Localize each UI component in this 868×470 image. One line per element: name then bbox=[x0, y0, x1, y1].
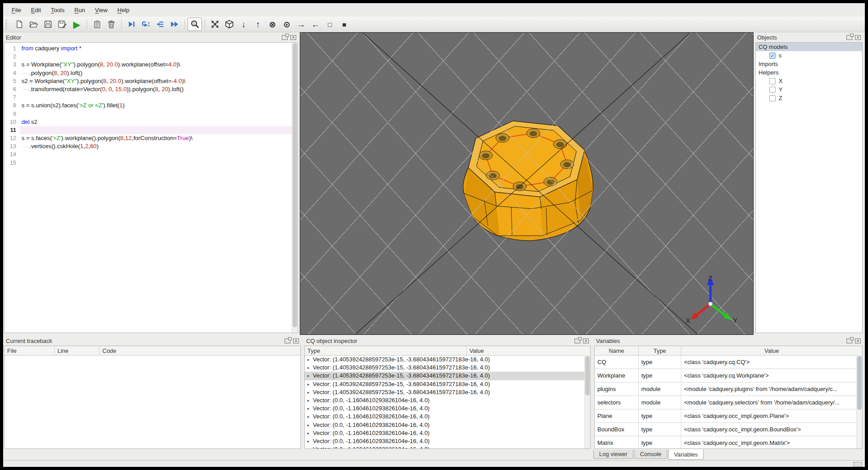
fit-view-button[interactable] bbox=[188, 18, 202, 31]
tree-item-s[interactable]: ✓s bbox=[756, 51, 862, 60]
expand-arrow-icon[interactable]: ▸ bbox=[307, 364, 313, 372]
variables-col-type[interactable]: Type bbox=[639, 346, 681, 355]
menu-file[interactable]: File bbox=[7, 4, 26, 16]
variable-row[interactable]: BoundBoxtype<class 'cadquery.occ_impl.ge… bbox=[595, 423, 862, 436]
inspector-col-type[interactable]: Type bbox=[305, 346, 467, 355]
tree-item-x[interactable]: X bbox=[756, 77, 862, 85]
menu-edit[interactable]: Edit bbox=[26, 4, 46, 16]
step-return-button[interactable] bbox=[153, 18, 167, 31]
expand-arrow-icon[interactable]: ▸ bbox=[307, 445, 313, 449]
expand-arrow-icon[interactable]: ▸ bbox=[307, 437, 313, 445]
traceback-col-line[interactable]: Line bbox=[55, 346, 100, 355]
expand-arrow-icon[interactable]: ▸ bbox=[307, 404, 313, 413]
code-line[interactable]: 4····.polygon(8, 20).loft() bbox=[4, 69, 298, 77]
variable-row[interactable]: Workplanetype<class 'cadquery.cq.Workpla… bbox=[595, 369, 862, 382]
render-button[interactable]: ▶ bbox=[70, 18, 84, 31]
viewer-3d[interactable]: Z X Y bbox=[300, 32, 754, 335]
inspector-scrollbar-thumb[interactable] bbox=[585, 356, 590, 395]
inspector-row[interactable]: ▸Vector: (0.0, -1.1604610293826104e-16, … bbox=[305, 413, 590, 421]
inspector-row[interactable]: ▸Vector: (0.0, -1.1604610293826104e-16, … bbox=[305, 421, 590, 429]
variables-float-icon[interactable] bbox=[846, 338, 852, 343]
expand-arrow-icon[interactable]: ▸ bbox=[307, 421, 313, 429]
step-in-button[interactable] bbox=[139, 18, 153, 31]
variable-row[interactable]: Planetype<class 'cadquery.occ_impl.geom.… bbox=[595, 409, 862, 423]
tab-variables[interactable]: Variables bbox=[668, 449, 704, 460]
traceback-col-code[interactable]: Code bbox=[100, 346, 300, 355]
delete-button[interactable] bbox=[104, 18, 118, 31]
code-line[interactable]: 3s = Workplane("XY").polygon(8, 20.0).wo… bbox=[4, 61, 298, 69]
inspector-row[interactable]: ▸Vector: (1.4053924288597253e-15, -3.680… bbox=[305, 380, 590, 388]
inspector-row[interactable]: ▸Vector: (1.4053924288597253e-15, -3.680… bbox=[305, 372, 590, 380]
menu-tools[interactable]: Tools bbox=[46, 4, 69, 16]
code-line[interactable]: 7 bbox=[4, 93, 298, 101]
inspector-row[interactable]: ▸Vector: (1.4053924288597253e-15, -3.680… bbox=[305, 364, 590, 372]
left-view-button[interactable]: ← bbox=[308, 18, 323, 31]
new-file-button[interactable] bbox=[12, 18, 26, 31]
code-line[interactable]: 11 bbox=[4, 126, 298, 134]
editor-scrollbar[interactable] bbox=[292, 43, 298, 333]
save-as-button[interactable] bbox=[55, 18, 70, 31]
checkbox-y[interactable] bbox=[769, 87, 776, 93]
code-line[interactable]: 8s = s.union(s2).faces('>Z or <Z').fille… bbox=[4, 101, 298, 110]
code-line[interactable]: 15 bbox=[4, 159, 298, 167]
menu-view[interactable]: View bbox=[90, 4, 113, 16]
checkbox-s[interactable]: ✓ bbox=[769, 53, 776, 59]
code-line[interactable]: 9 bbox=[4, 110, 298, 118]
inspector-float-icon[interactable] bbox=[574, 338, 580, 343]
inspector-row[interactable]: ▸Vector: (0.0, -1.1604610293826104e-16, … bbox=[305, 429, 590, 437]
traceback-float-icon[interactable] bbox=[285, 338, 290, 343]
step-button[interactable] bbox=[124, 18, 139, 31]
variable-row[interactable]: CQtype<class 'cadquery.cq.CQ'> bbox=[595, 356, 862, 369]
open-file-button[interactable] bbox=[26, 18, 41, 31]
traceback-col-file[interactable]: File bbox=[4, 346, 55, 355]
code-line[interactable]: 12s = s.faces('>Z').workplane().polygon(… bbox=[4, 134, 298, 142]
checkbox-x[interactable] bbox=[769, 78, 776, 84]
objects-float-icon[interactable] bbox=[846, 35, 852, 40]
code-line[interactable]: 13····.vertices().cskHole(1,2,60) bbox=[4, 142, 298, 150]
inspector-row[interactable]: ▸Vector: (0.0, -1.1604610293826104e-16, … bbox=[305, 404, 590, 413]
code-line[interactable]: 10del s2 bbox=[4, 118, 298, 126]
menu-help[interactable]: Help bbox=[113, 4, 135, 16]
top-view-button[interactable]: ↓ bbox=[237, 18, 251, 31]
back-view-button[interactable]: ⊙ bbox=[280, 18, 294, 31]
wireframe-button[interactable]: ■ bbox=[337, 18, 351, 31]
editor-float-icon[interactable] bbox=[282, 35, 288, 40]
variables-scrollbar[interactable] bbox=[856, 355, 862, 448]
clipboard-button[interactable] bbox=[90, 18, 104, 31]
tree-item-imports[interactable]: Imports bbox=[756, 60, 862, 68]
code-line[interactable]: 5s2 = Workplane("XY").polygon(8, 20.0).w… bbox=[4, 77, 298, 85]
expand-arrow-icon[interactable]: ▸ bbox=[307, 429, 313, 437]
variable-row[interactable]: Matrixtype<class 'cadquery.occ_impl.geom… bbox=[595, 436, 862, 449]
variables-scrollbar-thumb[interactable] bbox=[857, 356, 862, 410]
inspector-row[interactable]: ▸Vector: (1.4053924288597253e-15, -3.680… bbox=[305, 356, 590, 364]
bottom-view-button[interactable]: ↑ bbox=[251, 18, 265, 31]
inspector-row[interactable]: ▸Vector: (0.0, -1.1604610293826104e-16, … bbox=[305, 396, 590, 404]
shaded-button[interactable]: □ bbox=[323, 18, 337, 31]
front-view-button[interactable]: ⊗ bbox=[265, 18, 280, 31]
expand-arrow-icon[interactable]: ▸ bbox=[307, 380, 313, 388]
right-view-button[interactable]: → bbox=[294, 18, 308, 31]
code-line[interactable]: 2 bbox=[4, 53, 298, 61]
inspector-scrollbar[interactable] bbox=[584, 355, 590, 448]
editor-scrollbar-thumb[interactable] bbox=[293, 43, 297, 327]
inspector-row[interactable]: ▸Vector: (0.0, -1.1604610293826104e-16, … bbox=[305, 445, 590, 449]
tree-item-y[interactable]: Y bbox=[756, 85, 862, 94]
tree-item-z[interactable]: Z bbox=[756, 94, 862, 102]
toolbar-drag-handle[interactable] bbox=[6, 19, 9, 29]
tab-log-viewer[interactable]: Log viewer bbox=[593, 450, 633, 459]
variable-row[interactable]: pluginsmodule<module 'cadquery.plugins' … bbox=[595, 382, 862, 396]
variables-col-value[interactable]: Value bbox=[681, 346, 862, 355]
expand-arrow-icon[interactable]: ▸ bbox=[307, 413, 313, 421]
traceback-close-icon[interactable]: × bbox=[293, 338, 299, 343]
code-line[interactable]: 14 bbox=[4, 150, 298, 158]
code-line[interactable]: 6····.transformed(rotate=Vector(0, 0, 15… bbox=[4, 85, 298, 93]
menu-run[interactable]: Run bbox=[70, 4, 90, 16]
inspector-col-value[interactable]: Value bbox=[467, 346, 590, 355]
expand-arrow-icon[interactable]: ▸ bbox=[307, 396, 313, 404]
objects-close-icon[interactable]: × bbox=[855, 35, 861, 40]
continue-button[interactable] bbox=[167, 18, 182, 31]
inspector-row[interactable]: ▸Vector: (1.4053924288597253e-15, -3.680… bbox=[305, 388, 590, 396]
save-button[interactable] bbox=[41, 18, 55, 31]
variables-close-icon[interactable]: × bbox=[855, 338, 861, 343]
expand-arrow-icon[interactable]: ▸ bbox=[307, 372, 313, 380]
